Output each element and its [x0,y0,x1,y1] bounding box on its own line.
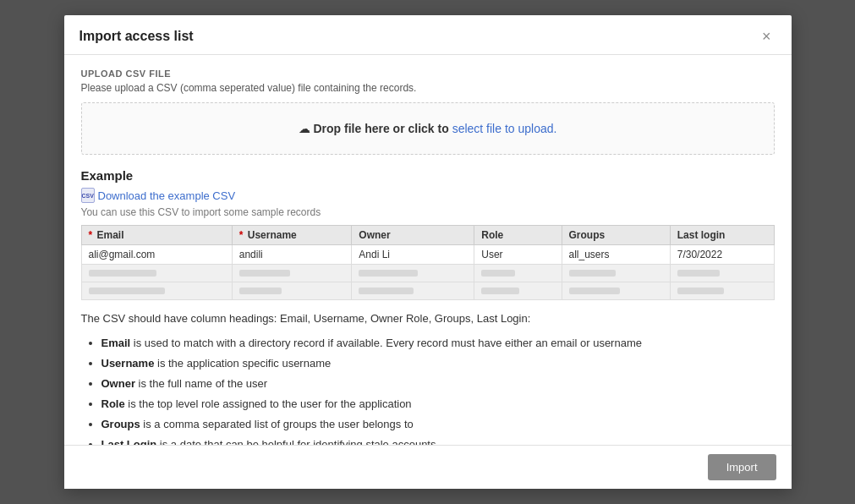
placeholder-cell [562,265,670,282]
cell-groups: all_users [562,245,670,265]
placeholder-cell [352,282,474,300]
csv-icon: CSV [81,188,95,203]
bullet-item: Email is used to match with a directory … [101,334,775,353]
download-csv-link[interactable]: CSV Download the example CSV [81,188,236,203]
example-table: * Email * Username Owner Role Groups Las… [81,225,775,300]
dropzone-bold: Drop file here or click to [313,122,448,135]
bullet-item: Role is the top level role assigned to t… [101,395,775,414]
placeholder-cell [232,282,352,300]
cell-role: User [474,245,562,265]
close-button[interactable]: × [757,27,776,46]
upload-dropzone[interactable]: ☁ Drop file here or click to select file… [81,102,775,155]
example-title: Example [81,168,775,183]
placeholder-cell [81,265,232,282]
placeholder-cell [352,265,474,282]
table-row-placeholder-2 [81,282,774,300]
placeholder-cell [562,282,670,300]
table-row: ali@gmail.com andili Andi Li User all_us… [81,245,774,265]
modal-body: UPLOAD CSV FILE Please upload a CSV (com… [64,55,792,445]
cell-username: andili [232,245,352,265]
table-row-placeholder-1 [81,265,774,282]
modal-title: Import access list [79,29,194,44]
placeholder-cell [474,265,562,282]
bullet-item: Last Login is a date that can be helpful… [101,436,775,445]
select-file-link[interactable]: select file to upload. [452,122,557,135]
csv-description: The CSV should have column headings: Ema… [81,310,775,327]
import-button[interactable]: Import [708,454,776,480]
modal-overlay: Import access list × UPLOAD CSV FILE Ple… [0,0,855,504]
col-last-login: Last login [670,226,774,245]
upload-label: UPLOAD CSV FILE [81,68,775,79]
cell-email: ali@gmail.com [81,245,232,265]
download-link-text: Download the example CSV [98,189,236,202]
col-owner: Owner [352,226,474,245]
placeholder-cell [670,282,774,300]
col-email: * Email [81,226,232,245]
bullet-item: Owner is the full name of the user [101,375,775,393]
col-role: Role [474,226,562,245]
placeholder-cell [474,282,562,300]
bullet-list: Email is used to match with a directory … [81,334,775,446]
modal: Import access list × UPLOAD CSV FILE Ple… [64,15,792,489]
col-username: * Username [232,226,352,245]
col-groups: Groups [562,226,670,245]
table-header-row: * Email * Username Owner Role Groups Las… [81,226,774,245]
bullet-item: Groups is a comma separated list of grou… [101,415,775,434]
modal-footer: Import [64,445,792,489]
modal-header: Import access list × [64,15,792,55]
example-hint: You can use this CSV to import some samp… [81,206,775,218]
upload-description: Please upload a CSV (comma seperated val… [81,82,775,94]
dropzone-text: ☁ Drop file here or click to select file… [299,122,557,135]
bullet-item: Username is the application specific use… [101,354,775,373]
cell-last-login: 7/30/2022 [670,245,774,265]
upload-section: UPLOAD CSV FILE Please upload a CSV (com… [81,68,775,155]
placeholder-cell [81,282,232,300]
placeholder-cell [232,265,352,282]
cell-owner: Andi Li [352,245,474,265]
placeholder-cell [670,265,774,282]
upload-icon: ☁ [299,122,310,135]
example-section: Example CSV Download the example CSV You… [81,168,775,300]
